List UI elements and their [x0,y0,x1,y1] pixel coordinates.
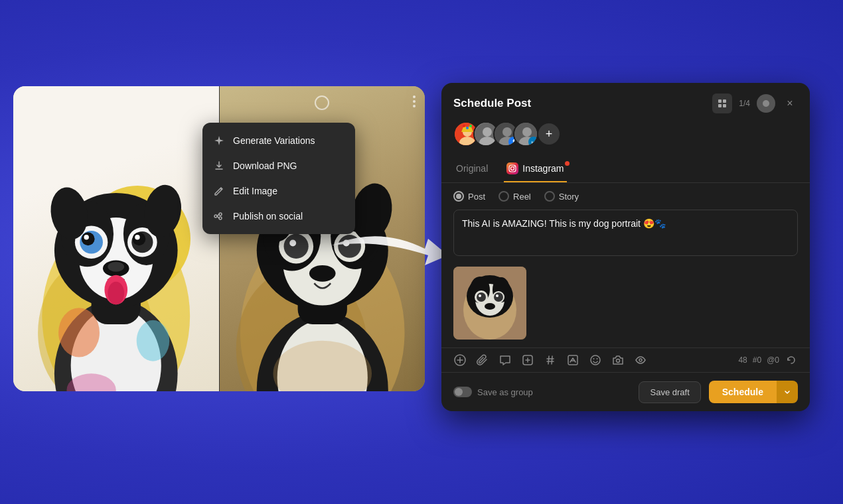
svg-point-87 [591,355,600,365]
svg-point-89 [597,358,598,359]
menu-item-edit[interactable]: Edit Image [202,178,355,204]
svg-point-90 [617,359,620,363]
undo-icon[interactable] [785,353,798,367]
svg-point-82 [496,294,498,297]
svg-rect-86 [568,355,577,365]
save-draft-button[interactable]: Save draft [639,381,700,403]
svg-point-81 [479,294,481,297]
post-type-row: Post Reel Story [441,183,810,210]
tab-instagram[interactable]: Instagram [504,156,566,182]
svg-point-16 [135,235,139,239]
radio-post [453,191,464,202]
instagram-notification-dot [565,161,570,166]
ai-icon[interactable] [521,353,534,367]
menu-item-download[interactable]: Download PNG [202,153,355,178]
post-toolbar: 48 #0 @0 [441,347,810,372]
schedule-dropdown-button[interactable] [777,381,798,403]
radio-reel [498,191,509,202]
menu-item-edit-label: Edit Image [233,186,277,196]
svg-rect-45 [718,99,722,103]
avatar-4[interactable]: in [513,121,538,147]
instagram-icon [506,162,518,174]
menu-item-download-label: Download PNG [233,160,297,171]
attachment-icon[interactable] [476,353,489,367]
svg-point-69 [511,167,514,170]
svg-point-20 [108,282,124,305]
add-icon[interactable] [453,353,467,367]
radio-story [544,191,555,202]
post-text-input[interactable] [453,210,798,256]
avatar-row: f in + [441,121,810,156]
context-menu: Generate Variations Download PNG Edit Im… [202,123,355,234]
svg-point-80 [494,292,503,302]
schedule-button[interactable]: Schedule [709,381,777,403]
svg-point-70 [514,166,515,167]
emoji-icon[interactable] [589,353,602,367]
panel-title: Schedule Post [453,97,706,110]
svg-point-15 [84,235,88,239]
svg-point-37 [283,234,308,259]
sparkle-icon [213,135,225,147]
post-bottom-bar: Save as group Save draft Schedule [441,372,810,411]
share-icon [213,210,225,222]
svg-text:in: in [531,140,536,146]
schedule-button-group: Schedule [709,381,798,403]
svg-point-59 [502,127,512,137]
post-type-post[interactable]: Post [453,191,485,202]
menu-item-generate[interactable]: Generate Variations [202,128,355,153]
toggle-switch[interactable] [453,387,472,397]
post-image-thumb [453,267,526,340]
svg-point-91 [639,359,642,361]
svg-rect-48 [723,104,726,107]
post-type-story[interactable]: Story [544,191,579,202]
eye-icon[interactable] [634,353,647,367]
download-icon [213,160,225,172]
svg-point-24 [137,320,170,361]
pencil-icon [213,185,225,197]
tab-original[interactable]: Original [453,156,491,182]
svg-point-52 [463,125,465,127]
svg-rect-46 [723,99,726,103]
add-account-button[interactable]: + [537,122,561,146]
svg-point-39 [289,240,296,247]
svg-point-54 [469,125,472,127]
svg-point-56 [483,127,492,137]
image-thumbnails [441,259,810,347]
image-panel-left [13,86,220,391]
grid-view-button[interactable] [712,94,732,113]
text-format-icon[interactable] [566,353,579,367]
menu-item-generate-label: Generate Variations [233,135,315,146]
svg-point-18 [108,262,124,272]
char-count: 48 #0 @0 [738,353,798,367]
comment-icon[interactable] [498,353,512,367]
post-type-reel[interactable]: Reel [498,191,531,202]
save-group-toggle[interactable]: Save as group [453,387,631,397]
menu-item-publish-label: Publish on social [233,211,303,221]
page-indicator: 1/4 [739,99,750,108]
hashtag-icon[interactable] [544,353,557,367]
svg-rect-47 [718,104,722,107]
camera-icon[interactable] [611,353,625,367]
close-button[interactable]: × [782,95,798,111]
svg-point-23 [58,308,100,357]
theme-toggle[interactable] [757,94,775,113]
panel-header: Schedule Post 1/4 × [441,83,810,121]
tabs-row: Original Instagram [441,156,810,183]
svg-point-64 [522,127,532,137]
menu-item-publish[interactable]: Publish on social [202,204,355,229]
svg-point-53 [466,127,469,129]
svg-point-79 [477,292,486,302]
schedule-panel: Schedule Post 1/4 × [441,83,810,411]
save-group-label: Save as group [477,387,533,397]
svg-point-83 [485,303,495,310]
svg-point-88 [593,358,595,359]
